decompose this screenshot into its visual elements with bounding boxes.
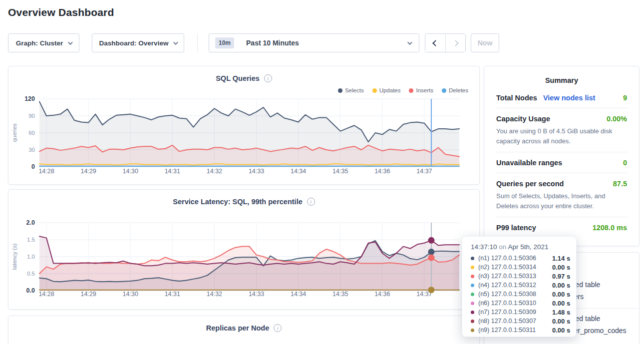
x-tick-label: 14:28 (38, 168, 54, 175)
x-tick-label: 14:36 (374, 291, 390, 298)
y-tick-label: 0.5 (27, 271, 35, 277)
x-tick-label: 14:31 (165, 291, 180, 298)
controls-divider (197, 33, 198, 52)
x-tick-label: 14:35 (332, 291, 348, 298)
node-color-dot (471, 284, 474, 287)
time-range-label: Past 10 Minutes (246, 39, 299, 47)
node-color-dot (471, 302, 474, 305)
time-nav-group (425, 33, 466, 52)
now-button[interactable]: Now (471, 33, 499, 52)
node-color-dot (471, 293, 474, 296)
tooltip-row-n3: (n3) 127.0.0.1:503130.97 s (471, 272, 571, 281)
x-tick-label: 14:35 (332, 168, 348, 175)
x-tick-label: 14:31 (165, 168, 180, 175)
summary-description: You are using 0 B of 4.5 GiB usable disk… (496, 126, 627, 146)
node-address: (n1) 127.0.0.1:50306 (478, 255, 552, 262)
summary-value: 1208.0 ms (593, 224, 627, 232)
x-tick-label: 14:29 (80, 291, 96, 298)
y-tick-label: 1.0 (27, 254, 35, 260)
node-latency-value: 0.00 s (552, 291, 570, 298)
x-tick-label: 14:30 (123, 291, 138, 298)
y-tick-label: 0 (31, 163, 35, 170)
time-next-button[interactable] (445, 34, 465, 52)
hover-dot-n7 (428, 237, 434, 244)
tooltip-row-n7: (n7) 127.0.0.1:503091.48 s (471, 308, 571, 317)
replicas-per-node-chart-card: Replicas per Node i (8, 316, 480, 344)
node-latency-value: 0.00 s (552, 318, 570, 325)
node-address: (n6) 127.0.0.1:50310 (478, 300, 552, 307)
x-tick-label: 14:29 (80, 168, 96, 175)
tooltip-row-n6: (n6) 127.0.0.1:503100.00 s (471, 299, 571, 308)
tooltip-row-n1: (n1) 127.0.0.1:503061.14 s (471, 254, 571, 263)
tooltip-row-n9: (n9) 127.0.0.1:503110.00 s (471, 326, 571, 335)
summary-panel: Summary Total Nodes View nodes list 9 Ca… (484, 66, 640, 246)
graph-select-label: Graph: Cluster (16, 39, 63, 47)
tooltip-row-n2: (n2) 127.0.0.1:503140.00 s (471, 263, 571, 272)
tooltip-preposition: on (499, 243, 506, 251)
node-color-dot (471, 275, 474, 278)
node-latency-value: 0.00 s (552, 282, 570, 289)
tooltip-rows: (n1) 127.0.0.1:503061.14 s(n2) 127.0.0.1… (471, 254, 571, 335)
y-tick-label: 0.0 (26, 287, 35, 294)
view-nodes-list-link[interactable]: View nodes list (543, 94, 596, 102)
y-tick-label: 120 (24, 95, 35, 102)
summary-value: 0.00% (607, 115, 627, 123)
node-latency-value: 0.00 s (552, 327, 570, 334)
chevron-left-icon (432, 40, 439, 46)
summary-label: Total Nodes (496, 94, 537, 102)
tooltip-row-n5: (n5) 127.0.0.1:503080.00 s (471, 290, 571, 299)
summary-label: Capacity Usage (496, 115, 550, 123)
y-tick-label: 60 (28, 130, 35, 136)
x-tick-label: 14:34 (291, 291, 306, 298)
node-color-dot (471, 257, 474, 260)
hover-dot-n9 (428, 287, 434, 293)
service-latency-chart-card: Service Latency: SQL, 99th percentile i … (8, 189, 480, 310)
summary-row-total-nodes: Total Nodes View nodes list 9 (496, 87, 627, 108)
chevron-right-icon (452, 40, 459, 46)
x-tick-label: 14:32 (207, 168, 222, 175)
tooltip-time: 14:37:10 (471, 243, 497, 251)
x-tick-label: 14:37 (416, 168, 432, 175)
chart-title-replicas-per-node: Replicas per Node (206, 324, 270, 332)
summary-value: 87.5 (613, 180, 627, 188)
tooltip-row-n8: (n8) 127.0.0.1:503070.00 s (471, 317, 571, 326)
time-prev-button[interactable] (425, 34, 445, 52)
node-address: (n5) 127.0.0.1:50308 (478, 291, 552, 298)
node-color-dot (471, 320, 474, 323)
tooltip-date: Apr 5th, 2021 (508, 243, 548, 251)
info-icon[interactable]: i (274, 324, 282, 332)
node-latency-value: 0.97 s (552, 273, 570, 280)
dashboard-select[interactable]: Dashboard: Overview (92, 33, 184, 52)
graph-select[interactable]: Graph: Cluster (8, 33, 79, 52)
time-range-select[interactable]: 10m Past 10 Minutes (209, 33, 419, 52)
x-tick-label: 14:34 (291, 168, 306, 175)
summary-row-queries-per-second: Queries per second 87.5 Sum of Selects, … (496, 173, 627, 217)
summary-title: Summary (484, 66, 639, 84)
summary-label: Unavailable ranges (496, 159, 562, 167)
x-tick-label: 14:33 (249, 291, 264, 298)
x-tick-label: 14:28 (38, 291, 54, 298)
node-color-dot (471, 266, 474, 269)
summary-description: Sum of Selects, Updates, Inserts, and De… (496, 191, 627, 211)
node-color-dot (471, 311, 474, 314)
x-tick-label: 14:33 (249, 168, 264, 175)
node-latency-value: 0.00 s (552, 300, 570, 307)
chevron-down-icon (173, 40, 178, 45)
service-latency-plot[interactable]: 0.00.51.01.52.014:2814:2914:3014:3114:32… (8, 190, 479, 309)
tooltip-header: 14:37:10 on Apr 5th, 2021 (471, 243, 571, 251)
chart-hover-tooltip: 14:37:10 on Apr 5th, 2021 (n1) 127.0.0.1… (462, 236, 577, 337)
hover-dot-n3 (428, 255, 434, 261)
node-address: (n7) 127.0.0.1:50309 (478, 309, 552, 316)
page-title: Overview Dashboard (8, 6, 114, 18)
x-tick-label: 14:36 (374, 168, 390, 175)
node-address: (n3) 127.0.0.1:50313 (478, 273, 552, 280)
summary-row-capacity-usage: Capacity Usage 0.00% You are using 0 B o… (496, 108, 627, 152)
sql-queries-plot[interactable]: 030609012014:2814:2914:3014:3114:3214:33… (8, 66, 479, 184)
time-range-badge: 10m (215, 37, 234, 48)
sql-queries-chart-card: SQL Queries i Selects Updates Inserts De… (8, 66, 480, 185)
summary-value: 0 (623, 159, 627, 167)
summary-row-p99-latency: P99 latency 1208.0 ms (496, 217, 627, 238)
node-latency-value: 1.14 s (552, 255, 570, 262)
summary-label: P99 latency (496, 224, 536, 232)
node-latency-value: 0.00 s (552, 264, 570, 271)
